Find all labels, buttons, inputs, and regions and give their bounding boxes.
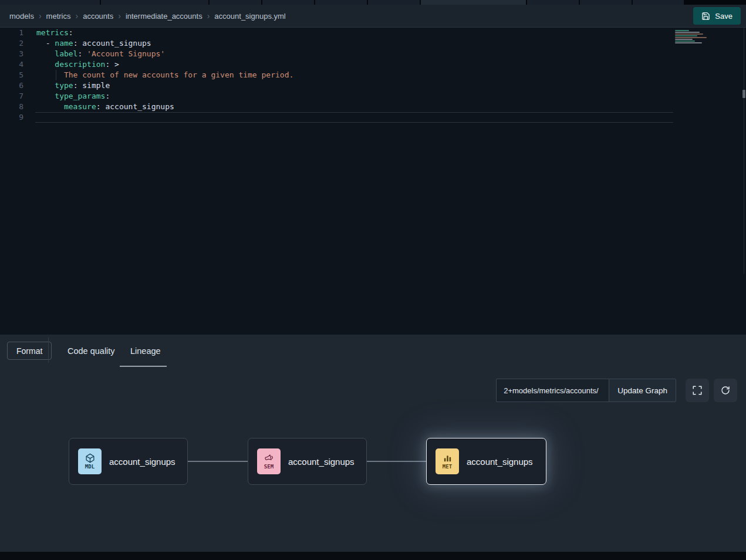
file-header-bar: models › metrics › accounts › intermedia…: [0, 5, 746, 28]
code-line[interactable]: 8 measure: account_signups: [0, 102, 746, 112]
node-label: account_signups: [467, 457, 533, 467]
semantic-node-badge: SEM: [257, 448, 281, 474]
code-line[interactable]: 1 metrics:: [0, 28, 746, 38]
chevron-right-icon: ›: [75, 11, 78, 21]
node-type-badge: MET: [443, 464, 452, 470]
line-number: 9: [0, 112, 23, 123]
line-number: 8: [0, 102, 23, 112]
lineage-edge: [188, 461, 248, 462]
line-number: 5: [0, 70, 23, 80]
model-node-badge: MDL: [78, 448, 102, 474]
code-line[interactable]: 5 The count of new accounts for a given …: [0, 70, 746, 80]
breadcrumb-item-current[interactable]: account_signups.yml: [214, 12, 285, 21]
code-text: - name: account_signups: [36, 38, 151, 49]
breadcrumb-item[interactable]: metrics: [46, 12, 71, 21]
breadcrumb-item[interactable]: intermediate_accounts: [126, 12, 202, 21]
code-text: The count of new accounts for a given ti…: [36, 70, 293, 80]
save-button-label: Save: [715, 12, 733, 21]
chevron-right-icon: ›: [39, 11, 42, 21]
minimap-line: [675, 39, 693, 40]
save-icon: [701, 12, 710, 21]
save-button[interactable]: Save: [693, 7, 741, 25]
minimap-line: [675, 35, 697, 36]
node-type-badge: MDL: [85, 464, 94, 470]
minimap-line: [675, 33, 703, 35]
chevron-right-icon: ›: [118, 11, 121, 21]
bottom-panel: Format Code quality Lineage Update Graph: [0, 335, 746, 560]
minimap-line: [675, 30, 689, 31]
line-number: 4: [0, 59, 23, 70]
cube-icon: [85, 453, 95, 463]
ide-window: models › metrics › accounts › intermedia…: [0, 0, 746, 560]
node-label: account_signups: [288, 457, 355, 467]
code-line[interactable]: 7 type_params:: [0, 91, 746, 102]
editor-tab[interactable]: [633, 0, 684, 5]
megaphone-icon: [263, 452, 275, 464]
bar-chart-icon: [443, 453, 453, 463]
editor-tab[interactable]: [527, 0, 579, 5]
line-number: 7: [0, 91, 23, 102]
editor-tab-strip: [0, 0, 746, 5]
breadcrumb: models › metrics › accounts › intermedia…: [9, 11, 286, 21]
minimap-line: [675, 37, 707, 38]
metric-node-badge: MET: [436, 448, 459, 474]
code-text: description: >: [36, 59, 119, 70]
code-line[interactable]: 2 - name: account_signups: [0, 38, 746, 49]
lineage-edge: [367, 461, 426, 462]
code-text: type: simple: [36, 80, 110, 91]
code-line[interactable]: 4 description: >: [0, 59, 746, 70]
editor-tab[interactable]: [210, 0, 261, 5]
code-editor[interactable]: 1 metrics: 2 - name: account_signups 3 l…: [0, 28, 746, 335]
line-number: 2: [0, 38, 23, 49]
editor-tab[interactable]: [262, 0, 314, 5]
editor-tab-active[interactable]: [421, 0, 526, 5]
node-label: account_signups: [109, 457, 175, 467]
code-line[interactable]: 3 label: 'Account Signups': [0, 49, 746, 59]
editor-tab[interactable]: [315, 0, 367, 5]
breadcrumb-item[interactable]: accounts: [83, 12, 113, 21]
breadcrumb-item[interactable]: models: [9, 12, 34, 21]
minimap-line: [675, 41, 695, 42]
lineage-canvas[interactable]: MDL account_signups SEM account_signups: [0, 335, 746, 560]
minimap-line: [675, 42, 702, 43]
minimap[interactable]: [674, 29, 710, 65]
bottom-status-strip: [0, 552, 746, 560]
minimap-line: [675, 32, 700, 33]
code-text: measure: account_signups: [36, 102, 174, 112]
code-line[interactable]: 6 type: simple: [0, 80, 746, 91]
line-number: 6: [0, 80, 23, 91]
lineage-node-model[interactable]: MDL account_signups: [69, 438, 188, 485]
chevron-right-icon: ›: [207, 11, 210, 21]
lineage-node-metric-selected[interactable]: MET account_signups: [426, 438, 546, 485]
line-number: 1: [0, 28, 23, 38]
editor-tab[interactable]: [0, 0, 100, 5]
code-text: label: 'Account Signups': [36, 49, 165, 59]
node-type-badge: SEM: [264, 464, 274, 470]
editor-tab[interactable]: [101, 0, 208, 5]
code-text: type_params:: [36, 91, 110, 102]
editor-tab[interactable]: [580, 0, 632, 5]
line-number: 3: [0, 49, 23, 59]
editor-tab[interactable]: [368, 0, 420, 5]
lineage-node-semantic-model[interactable]: SEM account_signups: [248, 438, 367, 485]
code-text: metrics:: [36, 28, 73, 38]
code-line[interactable]: 9: [0, 112, 746, 123]
